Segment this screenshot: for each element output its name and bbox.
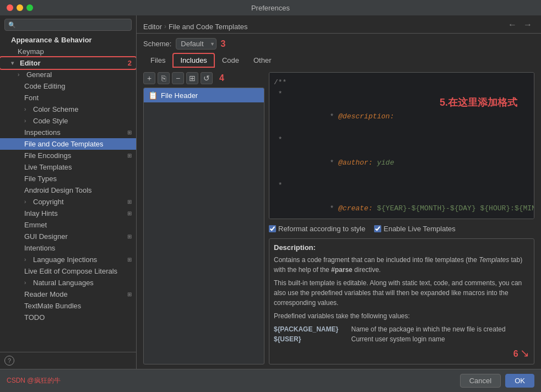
tab-code[interactable]: Code [215,53,246,67]
var-desc-1: Name of the package in which the new fil… [351,324,529,334]
file-icon: 📋 [148,91,158,100]
expand-icon: ▾ [11,60,19,66]
back-button[interactable]: ← [506,20,519,30]
sidebar-item-code-style[interactable]: › Code Style [0,115,136,127]
main-container: 🔍 Appearance & Behavior Keymap ▾ Editor … [0,15,541,369]
scheme-select-wrap[interactable]: Default ▾ [176,38,216,50]
arrow-down-icon: ↘ [520,347,529,359]
content-area: Editor › File and Code Templates ← → Sch… [137,15,541,369]
content-header: Editor › File and Code Templates ← → [137,15,541,34]
annotation-3: 3 [221,39,226,49]
sidebar-item-copyright[interactable]: › Copyright ⊞ [0,196,136,208]
scheme-value[interactable]: Default [176,38,216,50]
table-row: ${USER} Current user system login name [274,334,529,344]
window-controls[interactable] [7,4,33,11]
settings-icon3: ⊞ [127,199,132,205]
sidebar-item-live-templates[interactable]: Live Templates [0,161,136,173]
reset-button[interactable]: ↺ [201,72,213,84]
sidebar-item-textmate[interactable]: TextMate Bundles [0,300,136,312]
minimize-button[interactable] [17,4,23,11]
sidebar-item-reader-mode[interactable]: Reader Mode ⊞ [0,288,136,300]
breadcrumb-separator: › [164,23,166,30]
split-pane: + ⎘ − ⊞ ↺ 4 📋 File Header [137,68,541,369]
breadcrumb-editor: Editor [143,23,162,31]
tab-files[interactable]: Files [143,53,172,67]
sidebar-item-intentions[interactable]: Intentions [0,242,136,254]
sidebar-item-lang-injections[interactable]: › Language Injections ⊞ [0,254,136,265]
brand-label: CSDN @疯狂的牛 [7,376,61,385]
sidebar-item-file-code-templates[interactable]: File and Code Templates [0,138,136,150]
code-editor[interactable]: 5.在这里添加格式 /** * * @description: * * @aut… [269,72,534,219]
live-templates-checkbox[interactable] [374,225,381,232]
var-name-2: ${USER} [274,334,351,344]
variables-table: ${PACKAGE_NAME} Name of the package in w… [274,324,529,344]
copy-button[interactable]: ⎘ [158,72,170,84]
pane-toolbar: + ⎘ − ⊞ ↺ 4 [143,72,264,84]
tab-includes[interactable]: Includes [172,53,214,68]
cancel-button[interactable]: Cancel [460,374,501,388]
tabs-row: Files Includes Code Other [137,50,541,68]
sidebar-item-font[interactable]: Font [0,92,136,104]
remove-button[interactable]: − [172,72,184,84]
bottom-bar: CSDN @疯狂的牛 Cancel OK [0,369,541,392]
annotation-4: 4 [219,73,224,83]
maximize-button[interactable] [26,4,33,11]
ok-button[interactable]: OK [505,374,534,388]
expand-icon: › [24,257,32,263]
sidebar-item-emmet[interactable]: Emmet [0,219,136,231]
reformat-option[interactable]: Reformat according to style [269,225,365,233]
add-button[interactable]: + [143,72,155,84]
sidebar-item-appearance[interactable]: Appearance & Behavior [0,34,136,46]
left-pane: + ⎘ − ⊞ ↺ 4 📋 File Header [143,72,264,364]
table-row: ${PACKAGE_NAME} Name of the package in w… [274,324,529,334]
close-button[interactable] [7,4,13,11]
forward-button[interactable]: → [521,20,534,30]
expand-icon: › [24,106,32,112]
sidebar-item-android-design[interactable]: Android Design Tools [0,184,136,196]
sidebar-item-file-types[interactable]: File Types [0,173,136,184]
reformat-checkbox[interactable] [269,225,276,232]
settings-icon2: ⊞ [127,153,132,159]
search-input[interactable] [18,21,128,29]
code-line: * @author: yide [274,146,529,180]
help-button[interactable]: ? [4,356,14,366]
expand-icon: › [24,199,32,205]
search-icon: 🔍 [8,21,16,29]
var-name-1: ${PACKAGE_NAME} [274,324,351,334]
expand-icon: › [18,72,25,78]
sidebar-item-todo[interactable]: TODO [0,312,136,323]
var-desc-2: Current user system login name [351,334,529,344]
annotation-6: 6 [513,349,518,358]
description-label: Description: [274,243,529,252]
window-title: Preferences [251,4,290,12]
right-pane: 5.在这里添加格式 /** * * @description: * * @aut… [269,72,534,364]
live-templates-option[interactable]: Enable Live Templates [374,225,456,233]
sidebar-bottom: ? [0,352,136,369]
sidebar-item-color-scheme[interactable]: › Color Scheme [0,104,136,115]
sidebar-item-inspections[interactable]: Inspections ⊞ [0,127,136,138]
annotation-5: 5.在这里添加格式 [440,95,517,111]
paste-button[interactable]: ⊞ [186,72,198,84]
tab-other[interactable]: Other [246,53,279,67]
breadcrumb-file-templates: File and Code Templates [169,23,248,31]
file-header-item[interactable]: 📋 File Header [144,88,264,102]
settings-icon: ⊞ [127,129,132,135]
settings-icon5: ⊞ [127,233,132,239]
sidebar-item-keymap[interactable]: Keymap [0,46,136,57]
annotation-2: 2 [128,59,132,67]
scheme-label: Scheme: [143,40,171,48]
code-line: * @create: ${YEAR}-${MONTH}-${DAY} ${HOU… [274,192,529,219]
sidebar-item-gui-designer[interactable]: GUI Designer ⊞ [0,231,136,242]
sidebar-item-code-editing[interactable]: Code Editing [0,80,136,92]
annotation-6-area: 6 ↘ [274,346,529,360]
settings-icon6: ⊞ [127,257,132,263]
sidebar-item-editor[interactable]: ▾ Editor 2 [0,57,136,69]
sidebar-item-natural-langs[interactable]: › Natural Languages [0,277,136,288]
search-box[interactable]: 🔍 [4,19,132,31]
sidebar-item-live-edit[interactable]: Live Edit of Compose Literals [0,265,136,277]
sidebar-item-inlay-hints[interactable]: Inlay Hints ⊞ [0,208,136,219]
sidebar-item-general[interactable]: › General [0,69,136,80]
code-line: * [274,134,529,146]
sidebar-item-file-encodings[interactable]: File Encodings ⊞ [0,150,136,161]
expand-icon: › [24,118,32,124]
